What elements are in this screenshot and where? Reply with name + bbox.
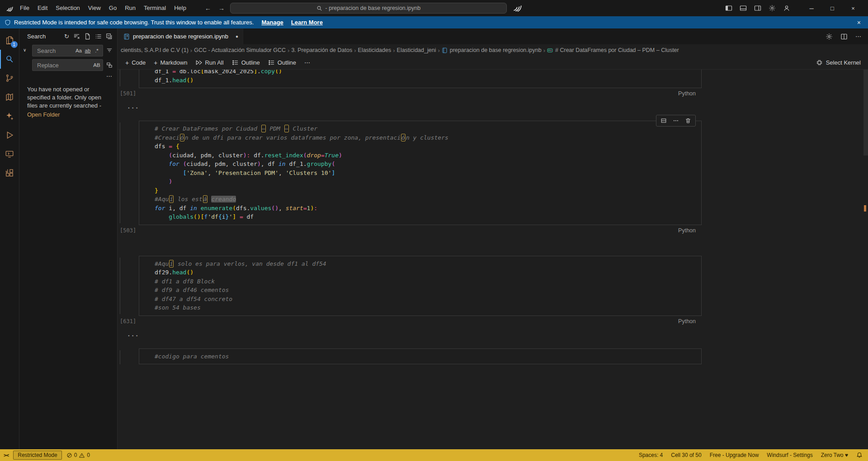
cell-code-editor[interactable]: #codigo para cementos <box>139 348 702 365</box>
code-line: #Aquí los está creando <box>155 195 698 204</box>
modified-dot-icon[interactable]: ● <box>236 34 238 39</box>
cascade-sparkle-icon[interactable] <box>0 107 19 126</box>
settings-gear-icon[interactable] <box>769 5 776 12</box>
theme-status[interactable]: Zero Two ♥ <box>821 452 848 458</box>
toolbar-more-actions-icon[interactable]: ⋯ <box>300 57 314 69</box>
open-folder-link[interactable]: Open Folder <box>27 111 108 119</box>
windsurf-logo <box>512 4 522 12</box>
split-editor-icon[interactable] <box>840 33 848 40</box>
layout-sidebar-left-icon[interactable] <box>725 5 732 12</box>
remote-window-icon[interactable] <box>0 145 19 164</box>
outline-button[interactable]: Outline <box>228 57 264 69</box>
cell-hover-toolbar <box>656 115 696 127</box>
command-center-search[interactable]: - preparacion de base regresion.ipynb <box>230 3 507 14</box>
run-debug-icon[interactable] <box>0 126 19 145</box>
command-center-text: - preparacion de base regresion.ipynb <box>326 5 421 11</box>
breadcrumbs: cientists, S.A.P.I de C.V (1) › GCC - Ac… <box>118 44 868 56</box>
replace-all-icon[interactable] <box>105 62 113 68</box>
regex-icon[interactable]: .* <box>92 46 101 55</box>
match-case-icon[interactable]: Aa <box>74 46 83 55</box>
upgrade-status[interactable]: Free - Upgrade Now <box>710 452 759 458</box>
tab-notebook[interactable]: preparacion de base regresion.ipynb ● <box>118 28 243 44</box>
code-line: # Crear DataFrames por Ciudad – PDM – Cl… <box>155 124 698 133</box>
collapse-all-icon[interactable] <box>106 33 113 40</box>
menu-selection[interactable]: Selection <box>52 0 84 16</box>
close-button[interactable]: × <box>843 0 863 16</box>
menu-view[interactable]: View <box>84 0 105 16</box>
split-cell-icon[interactable] <box>660 118 667 124</box>
notifications-bell-icon[interactable] <box>856 452 863 458</box>
learn-more-link[interactable]: Learn More <box>291 19 323 26</box>
toggle-search-details-icon[interactable]: ⋯ <box>32 73 113 80</box>
cell-code-editor[interactable]: df_1 = db.loc[mask_2024_2025].copy()df_1… <box>139 70 702 88</box>
restricted-mode-banner: Restricted Mode is intended for safe cod… <box>0 16 868 28</box>
add-markdown-cell-button[interactable]: + Markdown <box>150 57 191 69</box>
search-view-icon[interactable] <box>0 50 19 69</box>
delete-cell-icon[interactable] <box>685 118 691 124</box>
breadcrumb-item[interactable]: cientists, S.A.P.I de C.V (1) <box>121 47 189 53</box>
run-all-label: Run All <box>205 59 223 66</box>
account-icon[interactable] <box>783 5 790 12</box>
banner-close-icon[interactable]: × <box>857 19 868 26</box>
forward-icon[interactable]: → <box>216 2 227 14</box>
indentation-status[interactable]: Spaces: 4 <box>639 452 663 458</box>
extensions-icon[interactable] <box>0 164 19 183</box>
minimize-button[interactable]: ─ <box>801 0 822 16</box>
map-icon[interactable] <box>0 88 19 107</box>
menu-help[interactable]: Help <box>170 0 190 16</box>
notebook-cell[interactable]: # Crear DataFrames por Ciudad – PDM – Cl… <box>120 121 868 235</box>
collapsed-cells-indicator[interactable]: ... <box>127 331 868 338</box>
cell-language-indicator[interactable]: Python <box>678 225 702 235</box>
menu-run[interactable]: Run <box>121 0 140 16</box>
notebook-settings-gear-icon[interactable] <box>826 33 833 40</box>
preserve-case-icon[interactable]: AB <box>92 61 101 70</box>
add-code-cell-button[interactable]: + Code <box>121 57 150 69</box>
layout-panel-icon[interactable] <box>740 5 747 12</box>
back-icon[interactable]: ← <box>202 2 214 14</box>
notebook-cell[interactable]: df_1 = db.loc[mask_2024_2025].copy()df_1… <box>120 70 868 98</box>
editor-more-actions-icon[interactable]: ⋯ <box>855 33 861 40</box>
breadcrumb-item[interactable]: Elasticidad_jeni <box>397 47 436 53</box>
run-all-button[interactable]: Run All <box>191 57 227 69</box>
problems-status[interactable]: 0 0 <box>66 452 90 458</box>
collapsed-cells-indicator[interactable]: ... <box>127 103 868 110</box>
cell-code-editor[interactable]: #Aquí solo es para verlos, van desde df1… <box>139 256 702 316</box>
whole-word-icon[interactable]: ab <box>83 46 92 55</box>
activity-bar: 1 <box>0 28 19 449</box>
menu-file[interactable]: File <box>16 0 33 16</box>
view-as-list-icon[interactable] <box>95 33 102 40</box>
cell-position-status[interactable]: Cell 30 of 50 <box>671 452 701 458</box>
source-control-icon[interactable] <box>0 69 19 88</box>
breadcrumb-item-symbol[interactable]: # Crear DataFrames por Ciudad – PDM – Cl… <box>547 47 679 53</box>
outline-button-2[interactable]: Outline <box>264 57 300 69</box>
cell-language-indicator[interactable]: Python <box>678 316 702 326</box>
notebook-cell[interactable]: #Aquí solo es para verlos, van desde df1… <box>120 256 868 326</box>
breadcrumb-item-file[interactable]: preparacion de base regresion.ipynb <box>442 47 542 53</box>
code-line: df29.head() <box>155 268 698 277</box>
breadcrumb-item[interactable]: Elasticidades <box>358 47 392 53</box>
toggle-replace-icon[interactable]: ∨ <box>23 47 26 52</box>
menu-terminal[interactable]: Terminal <box>140 0 170 16</box>
menu-edit[interactable]: Edit <box>33 0 52 16</box>
layout-sidebar-right-icon[interactable] <box>754 5 761 12</box>
explorer-icon[interactable]: 1 <box>0 31 19 50</box>
clear-search-results-icon[interactable] <box>73 33 80 40</box>
menu-go[interactable]: Go <box>105 0 121 16</box>
breadcrumb-item[interactable]: 3. Preparación de Datos <box>291 47 352 53</box>
cell-language-indicator[interactable]: Python <box>678 88 702 98</box>
search-filter-icon[interactable] <box>105 47 113 54</box>
breadcrumb-item[interactable]: GCC - Actualización Simulador GCC <box>194 47 286 53</box>
cell-code-editor[interactable]: # Crear DataFrames por Ciudad – PDM – Cl… <box>139 121 702 225</box>
maximize-button[interactable]: □ <box>822 0 843 16</box>
search-input[interactable] <box>36 47 74 55</box>
restricted-mode-status[interactable]: Restricted Mode <box>13 451 61 460</box>
remote-indicator-icon[interactable]: >< <box>4 452 9 458</box>
notebook-cell[interactable]: #codigo para cementos <box>120 348 868 365</box>
more-actions-icon[interactable] <box>673 118 679 124</box>
select-kernel-button[interactable]: Select Kernel <box>826 59 861 66</box>
replace-input[interactable] <box>36 61 92 69</box>
manage-link[interactable]: Manage <box>261 19 283 26</box>
open-new-search-editor-icon[interactable] <box>84 33 91 40</box>
windsurf-settings-status[interactable]: Windsurf - Settings <box>767 452 812 458</box>
refresh-icon[interactable]: ↻ <box>64 33 69 40</box>
